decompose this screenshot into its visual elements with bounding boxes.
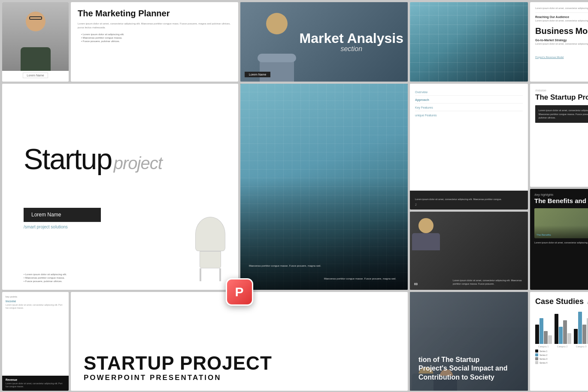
office-body [412,233,440,250]
feature-approach: Approach [415,98,523,103]
startup-project-title: STARTUP PROJECT [84,354,395,373]
person2-name: Lorem Name [245,72,270,77]
bar-3-1 [574,329,578,344]
slide-marketing-planner: The Marketing Planner Lorem ipsum dolor … [71,2,238,82]
slide-person-photo: Lorem Name [2,2,69,82]
person-glasses [29,16,42,20]
slide-market-analysis: Lorem Name Market Analysis section [240,2,408,82]
slide-social-impact: tion of The Startup Project's Social Imp… [410,292,528,391]
revenue-box: Revenue Lorem ipsum dolor sit amet, cons… [2,376,69,391]
person-body [21,47,51,71]
glass-lorem2: Maecenas porttitor congue masse. Fusce p… [324,273,399,281]
bullet-2: • Maecenas porttitor congue massa. [78,36,231,39]
bar-group-2 [555,314,571,344]
revenue-lorem: Lorem ipsum dolor sit amet, consectetur … [6,382,65,388]
slide-features: Overview Approach Key Features unique Fe… [410,84,528,210]
bar-1-3 [544,331,548,344]
bar-2-3 [563,320,567,344]
bottom-bullets: • Lorem ipsum dolor sit adipiscing elit.… [24,272,67,283]
person-face [26,12,45,31]
bar-3-2 [578,312,582,344]
lorem-reach: Lorem ipsum dolor sit amet, consectetur … [535,19,588,23]
slide-startup-main: Startup project Lorem Name /smart projec… [2,84,238,290]
legend-3: Series 3 [535,357,588,360]
cat-label-1: Category 1 [535,345,552,348]
bar-1-4 [548,335,552,344]
mission-content: Lorem ipsum dolor sit amet, consectetur … [535,105,588,123]
cat-label-3: Category 3 [573,345,588,348]
slide-glass-large: Maecenas porttitor congue masse. Fusce p… [240,84,408,290]
legend-dot-2 [535,353,538,356]
lorem-go: Lorem ipsum dolor sit amet, consectetur … [535,43,588,46]
mission-dark-box: Lorem ipsum dolor sit amet, consectetur … [535,105,588,123]
b3: • Fusce posuere, pulvinar ultrices. [24,280,67,283]
person2-face [266,13,288,34]
mission-title: The Startup Project's Solution [535,93,588,102]
kp-label: key points [6,295,65,298]
market-subtitle: section [300,45,403,53]
bar-group-3 [574,312,588,344]
legend-4: Series 4 [535,361,588,364]
glass-lorem: Maecenas porttitor congue masse. Fusce p… [249,261,399,268]
chart-labels: Category 1 Category 2 Category 3 Categor… [535,345,588,348]
feature-unique: unique Features [415,114,523,117]
marketing-title: The Marketing Planner [78,8,231,18]
chair-decoration [195,217,225,281]
name-bar: Lorem Name [24,208,101,222]
benefits-title: The Benefits and Advantages [534,197,588,205]
slide-glass-building [410,2,528,82]
slide-main-title-card: P STARTUP PROJECT POWERPOINT PRESENTATIO… [71,292,408,391]
dark-lorem-bar: Lorem ipsum dolor sit amet, consectetur … [410,191,528,210]
slide-case-studies: Case Studies revenue [530,292,588,391]
person-name-label: Lorem Name [23,73,48,78]
biz-model-section: Business Model strategy [535,26,588,36]
slide-num: 2 [415,203,523,206]
lorem-top-r1c5: Lorem ipsum dolor sit amet, consectetur … [535,6,588,13]
slide-grid: Lorem Name The Marketing Planner Lorem i… [0,0,588,392]
reaching-title: Reaching Our Audience [535,15,588,18]
bar-chart: Category 1 Category 2 Category 3 Categor… [535,310,588,365]
marketing-bullets: • Lorem ipsum dolor sit adipiscing elit.… [78,33,231,43]
legend-1: Series 1 [535,349,588,352]
bar-3-3 [582,325,586,344]
go-market-section: Go-to-Market Strategy Lorem ipsum dolor … [535,39,588,46]
biz-model: Model [575,26,588,36]
name-underline [24,222,101,222]
income-lorem: Lorem ipsum dolor sit amet, consectetur … [6,304,65,310]
startup-main-title: Startup [24,143,112,175]
mission-tag: /mission [535,89,588,92]
col5-row2-stack: /mission The Startup Project's Solution … [530,84,588,290]
benefits-lorem: Lorem ipsum dolor sit amet, consectetur … [534,241,588,244]
cat-label-2: Category 2 [554,345,570,348]
benefits-tag: /key highlights [534,193,588,196]
benefits-img1: The Benefits [534,208,588,238]
b1: • Lorem ipsum dolor sit adipiscing elit. [24,273,67,276]
bullet-1: • Lorem ipsum dolor sit adipiscing elit. [78,33,231,36]
feature-key: Key Features [415,106,523,111]
glass-gradient [240,176,408,290]
revenue-label: Revenue [6,378,65,381]
social-line1: tion of The Startup Project's Social Imp… [418,356,519,382]
ppt-subtitle: POWERPOINT PRESENTATION [84,374,395,382]
reaching-section: Reaching Our Audience Lorem ipsum dolor … [535,15,588,23]
market-analysis-text: Market Analysis section [300,31,403,53]
office-head [418,218,433,233]
building-shadow [410,2,528,82]
go-market-title: Go-to-Market Strategy [535,39,588,42]
legend-2: Series 2 [535,353,588,356]
slide-benefits: /key highlights The Benefits and Advanta… [530,189,588,290]
col4-row2-stack: Overview Approach Key Features unique Fe… [410,84,528,290]
bar-2-2 [559,327,563,344]
market-title: Market Analysis [300,31,403,45]
chart-legend: Series 1 Series 2 Series 3 Series 4 [535,349,588,364]
revenue-link[interactable]: Project's Revenue Model [535,56,564,58]
benefits-label: The Benefits [536,234,551,236]
benefits-images: The Benefits The Advantages [534,208,588,238]
case-studies-header: Case Studies revenue [535,297,588,306]
startup-sub-title: project [114,154,162,173]
feature-overview: Overview [415,91,523,96]
revenue-link-container[interactable]: Project's Revenue Model [535,52,588,60]
bar-1-1 [535,325,539,344]
social-text: tion of The Startup Project's Social Imp… [418,356,519,382]
slide-office-person: 03 Lorem ipsum dolor sit amet, consectet… [410,212,528,290]
